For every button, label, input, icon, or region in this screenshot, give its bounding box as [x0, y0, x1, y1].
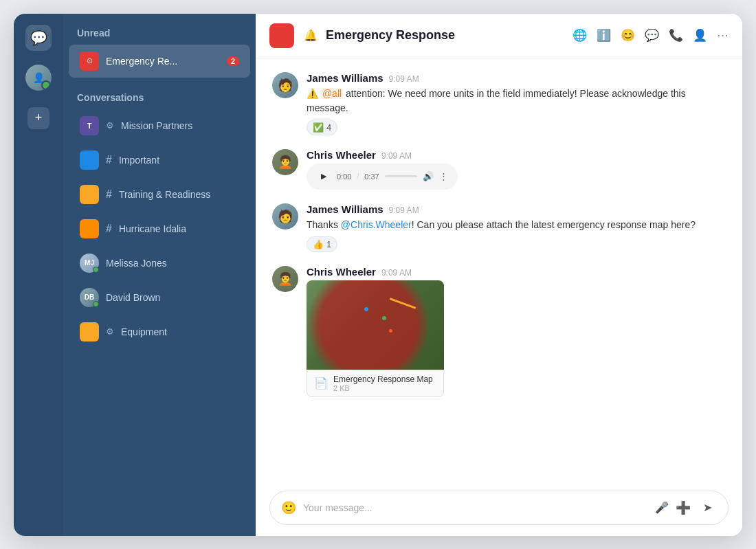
channel-icon-yellow [80, 185, 99, 204]
reaction-count: 1 [326, 239, 331, 249]
message-input-box: 🙂 🎤 ➕ ➤ [269, 491, 729, 525]
volume-icon[interactable]: 🔊 [423, 171, 434, 181]
message-time: 9:09 AM [389, 205, 419, 215]
map-line [390, 298, 416, 309]
sidebar-item-label: Mission Partners [121, 120, 239, 131]
sidebar-item-label: Emergency Re... [106, 56, 220, 67]
add-button[interactable]: + [27, 107, 49, 129]
alert-emoji: ⚠️ [307, 88, 321, 99]
avatar-melissa: MJ [80, 254, 99, 273]
map-marker [389, 329, 392, 333]
map-attachment-info: 📄 Emergency Response Map 2 KB [307, 370, 444, 397]
sidebar-item-label: Melissa Jones [106, 258, 239, 269]
message-content: James Williams 9:09 AM Thanks @Chris.Whe… [307, 203, 726, 252]
app-logo-icon: 💬 [25, 25, 52, 51]
sidebar-item-label: Training & Readiness [119, 189, 239, 200]
sidebar-item-label: Equipment [121, 326, 239, 337]
message-group: 🧑 James Williams 9:09 AM ⚠️ @all attenti… [272, 72, 726, 135]
emoji-icon[interactable]: 😊 [621, 28, 635, 43]
sidebar-item-hurricane-idalia[interactable]: # Hurricane Idalia [69, 212, 250, 245]
send-button[interactable]: ➤ [698, 498, 717, 517]
channel-icon-yellow2 [80, 322, 99, 341]
message-header: Chris Wheeler 9:09 AM [307, 266, 726, 278]
message-content: James Williams 9:09 AM ⚠️ @all attention… [307, 72, 726, 135]
channel-title: Emergency Response [326, 28, 564, 43]
chat-header: 🔔 Emergency Response 🌐 ℹ️ 😊 💬 📞 👤 ⋯ [256, 14, 742, 58]
attachment-details: Emergency Response Map 2 KB [333, 374, 433, 392]
message-group: 🧑‍🦱 Chris Wheeler 9:09 AM [272, 266, 726, 397]
emoji-picker-button[interactable]: 🙂 [281, 500, 296, 515]
sidebar-item-melissa-jones[interactable]: MJ Melissa Jones [69, 247, 250, 280]
avatar-chris: 🧑‍🦱 [272, 149, 298, 175]
gear-icon: ⚙ [106, 326, 114, 337]
audio-progress-bar[interactable] [385, 175, 417, 177]
message-text: ⚠️ @all attention: We need more units in… [307, 87, 726, 115]
message-header: James Williams 9:09 AM [307, 203, 726, 215]
mention-chris: @Chris.Wheeler [341, 219, 412, 230]
play-button[interactable]: ▶ [316, 169, 331, 184]
gear-icon: ⚙ [106, 120, 114, 131]
message-author: Chris Wheeler [307, 266, 376, 278]
sidebar-item-label: Hurricane Idalia [119, 223, 239, 234]
sidebar-item-equipment[interactable]: ⚙ Equipment [69, 315, 250, 348]
reaction-emoji: 👍 [313, 239, 324, 249]
audio-player: ▶ 0:00 / 0:37 🔊 ⋮ [307, 164, 458, 190]
globe-icon[interactable]: 🌐 [572, 28, 587, 43]
text-after-mention: ! Can you please attach the latest emerg… [412, 219, 696, 230]
message-group: 🧑 James Williams 9:09 AM Thanks @Chris.W… [272, 203, 726, 252]
sidebar-item-emergency-response[interactable]: ⊙ Emergency Re... 2 [69, 45, 250, 78]
channel-icon-blue [80, 150, 99, 170]
hash-icon: # [106, 154, 112, 166]
message-author: James Williams [307, 203, 383, 215]
hash-icon: # [106, 223, 112, 235]
message-content: Chris Wheeler 9:09 AM [307, 266, 726, 397]
avatar-image: 🧑 [272, 203, 298, 229]
hash-icon: # [106, 188, 112, 201]
map-image-container [307, 280, 444, 370]
info-icon[interactable]: ℹ️ [597, 28, 611, 43]
main-chat: 🔔 Emergency Response 🌐 ℹ️ 😊 💬 📞 👤 ⋯ 🧑 [256, 14, 742, 536]
more-icon[interactable]: ⋯ [717, 28, 729, 43]
message-text: Thanks @Chris.Wheeler! Can you please at… [307, 218, 726, 232]
avatar-james: 🧑 [272, 203, 298, 229]
message-input[interactable] [303, 502, 648, 513]
sidebar-item-david-brown[interactable]: DB David Brown [69, 281, 250, 314]
avatar-image: 🧑‍🦱 [272, 149, 298, 175]
header-actions: 🌐 ℹ️ 😊 💬 📞 👤 ⋯ [572, 28, 729, 43]
unread-section-label: Unread [63, 14, 256, 44]
phone-icon[interactable]: 📞 [669, 28, 683, 43]
person-icon[interactable]: 👤 [693, 28, 707, 43]
unread-badge: 2 [227, 56, 239, 66]
avatar-david: DB [80, 288, 99, 307]
online-indicator [93, 301, 99, 307]
channel-header-icon [269, 23, 294, 48]
online-indicator [93, 267, 99, 273]
sidebar-item-mission-partners[interactable]: T ⚙ Mission Partners [69, 109, 250, 142]
sidebar-item-label: David Brown [106, 292, 239, 303]
time-separator: / [357, 172, 359, 180]
whatsapp-icon[interactable]: 💬 [645, 28, 659, 43]
microphone-icon[interactable]: 🎤 [655, 501, 669, 514]
user-avatar[interactable]: 👤 [25, 65, 52, 91]
message-group: 🧑‍🦱 Chris Wheeler 9:09 AM ▶ 0:00 / 0:37 [272, 149, 726, 190]
text-content: attention: We need more units in the fie… [307, 88, 686, 113]
text-before-mention: Thanks [307, 219, 341, 230]
sidebar-item-training-readiness[interactable]: # Training & Readiness [69, 178, 250, 211]
mention-all: @all [321, 88, 343, 99]
reaction-count: 4 [326, 122, 331, 133]
message-reaction[interactable]: ✅ 4 [307, 120, 337, 135]
icon-rail: 💬 👤 + [14, 14, 63, 536]
avatar-image: 🧑 [272, 72, 298, 98]
avatar-image: 👤 [25, 65, 52, 91]
messages-area: 🧑 James Williams 9:09 AM ⚠️ @all attenti… [256, 58, 742, 482]
message-content: Chris Wheeler 9:09 AM ▶ 0:00 / 0:37 🔊 ⋮ [307, 149, 726, 190]
audio-current-time: 0:00 [337, 172, 351, 181]
message-reaction[interactable]: 👍 1 [307, 236, 337, 252]
avatar-chris: 🧑‍🦱 [272, 266, 298, 292]
channel-icon-red: ⊙ [80, 52, 99, 71]
add-attachment-icon[interactable]: ➕ [676, 500, 691, 515]
channel-icon-orange [80, 219, 99, 238]
audio-more-icon[interactable]: ⋮ [439, 171, 448, 181]
sidebar-item-important[interactable]: # Important [69, 144, 250, 177]
attachment-name: Emergency Response Map [333, 374, 433, 384]
